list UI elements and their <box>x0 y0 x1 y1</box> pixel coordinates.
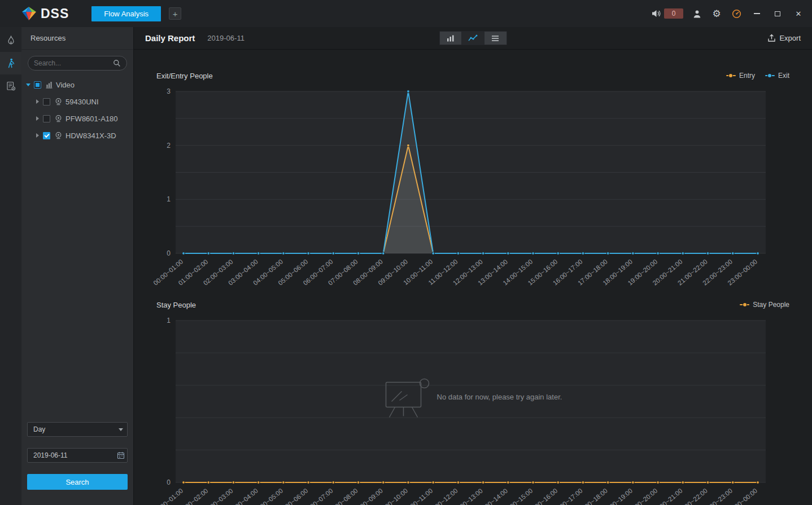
video-checkbox[interactable] <box>34 81 41 89</box>
export-label: Export <box>779 34 801 42</box>
camera-icon <box>54 131 63 139</box>
resource-search[interactable] <box>28 56 127 71</box>
device-checkbox[interactable] <box>43 132 50 139</box>
sidebar-item-flow-analysis[interactable] <box>0 52 21 74</box>
legend-label: Entry <box>739 72 755 80</box>
camera-icon <box>54 98 63 106</box>
add-tab-button[interactable]: + <box>169 7 181 20</box>
device-label: 59430UNI <box>66 98 99 106</box>
legend-item[interactable]: Exit <box>765 72 789 80</box>
date-value: 2019-06-11 <box>33 451 68 459</box>
module-sidebar <box>0 27 21 505</box>
alarm-count-badge: 0 <box>664 8 683 19</box>
date-picker[interactable]: 2019-06-11 <box>27 448 128 463</box>
close-icon: ✕ <box>796 10 802 17</box>
svg-text:10:00~11:00: 10:00~11:00 <box>402 487 434 505</box>
expand-icon[interactable] <box>36 116 39 121</box>
expand-icon[interactable] <box>36 99 39 104</box>
maximize-button[interactable] <box>771 7 784 20</box>
search-button[interactable]: Search <box>27 474 128 490</box>
close-button[interactable]: ✕ <box>792 7 805 20</box>
charts-area: Exit/Entry People EntryExit 012300:00~01… <box>134 50 812 505</box>
legend-label: Exit <box>778 72 789 80</box>
bar-chart-icon <box>446 34 455 42</box>
svg-text:11:00~12:00: 11:00~12:00 <box>427 487 459 505</box>
performance-button[interactable] <box>730 7 743 20</box>
tree-root-row[interactable]: Video <box>21 76 133 93</box>
bar-view-button[interactable] <box>439 31 462 45</box>
svg-text:No data for now, please try ag: No data for now, please try again later. <box>437 393 562 401</box>
resources-title: Resources <box>21 27 133 50</box>
device-checkbox[interactable] <box>43 115 50 122</box>
line-chart-icon <box>468 34 478 42</box>
tree-device-row[interactable]: 59430UNI <box>21 93 133 110</box>
tree-device-row[interactable]: PFW8601-A180 <box>21 110 133 127</box>
svg-text:0: 0 <box>167 478 171 486</box>
sidebar-item-heatmap[interactable] <box>0 29 21 52</box>
exit-entry-title-row: Exit/Entry People EntryExit <box>156 70 789 81</box>
legend-marker-icon <box>765 75 775 76</box>
legend-marker-icon <box>740 304 749 305</box>
tree-root-label: Video <box>56 81 75 89</box>
resource-tree: Video 59430UNIPFW8601-A180HDW8341X-3D <box>21 76 133 144</box>
period-select[interactable]: Day <box>27 422 128 437</box>
legend-item[interactable]: Entry <box>726 72 755 80</box>
stay-section: Stay People Stay People 0100:00~01:0001:… <box>156 299 789 505</box>
user-icon <box>693 10 701 18</box>
titlebar-actions: 0 ⚙ <box>652 7 812 20</box>
user-button[interactable] <box>691 7 703 20</box>
minimize-button[interactable] <box>750 7 763 20</box>
heatmap-icon <box>6 36 16 46</box>
svg-text:2: 2 <box>167 142 171 150</box>
dss-window: DSS Flow Analysis + 0 ⚙ <box>0 0 812 505</box>
device-label: PFW8601-A180 <box>66 115 118 123</box>
maximize-icon <box>775 11 780 16</box>
exit-entry-legend: EntryExit <box>726 72 789 80</box>
content: Resources <box>0 27 812 505</box>
view-toggle-group <box>439 31 507 45</box>
collapse-icon[interactable] <box>26 84 30 86</box>
settings-button[interactable]: ⚙ <box>710 7 723 20</box>
search-icon[interactable] <box>113 59 121 67</box>
legend-marker-icon <box>726 75 736 76</box>
search-input[interactable] <box>34 59 113 67</box>
svg-text:3: 3 <box>167 87 171 95</box>
period-value: Day <box>33 425 45 433</box>
legend-label: Stay People <box>753 301 789 309</box>
device-checkbox[interactable] <box>43 98 50 106</box>
app-logo: DSS <box>0 6 69 21</box>
calendar-icon <box>117 451 125 459</box>
tree-device-row[interactable]: HDW8341X-3D <box>21 127 133 144</box>
report-icon <box>6 81 16 91</box>
app-name-text: DSS <box>41 6 69 21</box>
legend-item[interactable]: Stay People <box>740 301 789 309</box>
camera-icon <box>54 115 63 122</box>
stay-title: Stay People <box>156 301 196 309</box>
expand-icon[interactable] <box>36 133 39 138</box>
device-label: HDW8341X-3D <box>66 131 116 140</box>
exit-entry-title: Exit/Entry People <box>156 72 213 80</box>
list-view-icon <box>491 35 500 42</box>
export-icon <box>767 34 776 42</box>
stay-legend: Stay People <box>740 301 789 309</box>
query-controls: Day 2019-06-11 Search <box>21 422 133 505</box>
minimize-icon <box>754 13 760 14</box>
report-title: Daily Report <box>145 33 195 43</box>
report-header: Daily Report 2019-06-11 <box>134 27 812 50</box>
tab-label: Flow Analysis <box>104 10 149 18</box>
resources-panel: Resources <box>21 27 134 505</box>
report-date: 2019-06-11 <box>207 34 245 42</box>
list-view-button[interactable] <box>484 31 507 45</box>
titlebar: DSS Flow Analysis + 0 ⚙ <box>0 0 812 27</box>
report-main: Daily Report 2019-06-11 <box>134 27 812 505</box>
alarm-sound-button[interactable]: 0 <box>652 8 683 19</box>
svg-text:00:00~01:00: 00:00~01:00 <box>152 487 184 505</box>
chevron-down-icon <box>119 428 123 431</box>
video-group-icon <box>45 81 53 89</box>
line-view-button[interactable] <box>462 31 484 45</box>
stay-title-row: Stay People Stay People <box>156 299 789 310</box>
tab-flow-analysis[interactable]: Flow Analysis <box>91 6 161 21</box>
performance-gauge-icon <box>732 9 741 19</box>
export-button[interactable]: Export <box>767 34 801 42</box>
sidebar-item-report[interactable] <box>0 74 21 97</box>
